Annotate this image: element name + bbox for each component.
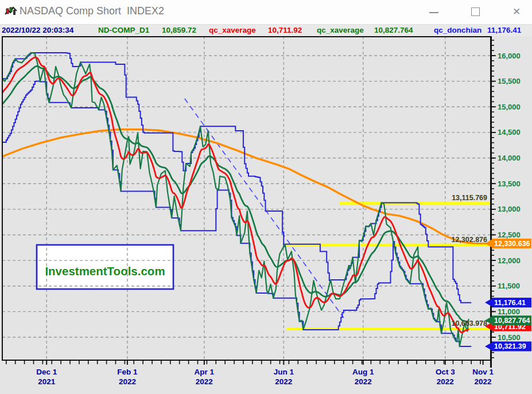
y-axis-label: 13,000 xyxy=(498,205,521,213)
y-axis-label: 15,000 xyxy=(498,103,521,111)
y-axis-label: 10,500 xyxy=(498,333,521,342)
app-window: NASDAQ Comp Short INDEX2 2022/10/22 20:0… xyxy=(0,0,532,394)
x-axis-label-year: 2022 xyxy=(275,377,292,386)
y-axis-label: 12,000 xyxy=(498,256,521,265)
app-icon candlestick-chart-icon xyxy=(5,5,17,18)
status-field: qc_xaverage xyxy=(209,26,256,34)
status-field: 10,859.72 xyxy=(162,26,196,34)
y-axis-label: 12,500 xyxy=(498,231,521,239)
status-field: ND-COMP_D1 xyxy=(98,26,149,34)
price-badge-label: 10,321.39 xyxy=(494,342,526,350)
y-axis-label: 11,500 xyxy=(498,282,520,290)
x-axis-label-year: 2022 xyxy=(196,377,213,386)
status-field: 10,827.764 xyxy=(374,26,413,34)
watermark-text: InvestmentTools.com xyxy=(45,264,165,278)
x-axis-label-date: Oct 3 xyxy=(436,368,455,376)
status-field: qc_donchian xyxy=(434,26,481,34)
price-badge-label: 12,330.636 xyxy=(494,240,530,248)
x-axis-label-date: Nov 1 xyxy=(472,368,494,376)
x-axis-label-year: 2022 xyxy=(119,377,136,386)
x-axis-label-year: 2021 xyxy=(38,377,56,386)
y-axis-label: 13,500 xyxy=(498,180,521,188)
window-title: NASDAQ Comp Short INDEX2 xyxy=(20,5,164,17)
close-button[interactable] xyxy=(504,0,531,23)
x-axis-label-date: Feb 1 xyxy=(117,368,138,376)
x-axis-label-date: Aug 1 xyxy=(352,368,374,376)
y-axis-label: 15,500 xyxy=(498,77,521,85)
y-axis-label: 14,000 xyxy=(498,154,521,162)
x-axis-label-date: Apr 1 xyxy=(195,368,215,376)
x-axis-label-year: 2022 xyxy=(475,377,492,386)
y-axis-label: 16,000 xyxy=(498,52,521,60)
status-field: 11,176.41 xyxy=(487,26,521,34)
title-bar: NASDAQ Comp Short INDEX2 xyxy=(0,0,532,24)
chart-background xyxy=(0,36,532,394)
support-line-label: 12,302.876 xyxy=(451,236,487,244)
price-chart[interactable]: InvestmentTools.com16,00015,50015,00014,… xyxy=(0,36,532,394)
x-axis-label-year: 2022 xyxy=(437,377,454,386)
y-axis-label: 11,000 xyxy=(498,307,520,316)
minimize-button[interactable] xyxy=(421,0,447,23)
price-badge-label: 10,827.764 xyxy=(494,317,530,325)
status-field: 10,711.92 xyxy=(268,26,302,34)
maximize-button[interactable] xyxy=(463,0,489,23)
status-field: 2022/10/22 20:03:34 xyxy=(2,26,73,34)
x-axis-label-date: Jun 1 xyxy=(274,368,294,376)
x-axis-label-date: Dec 1 xyxy=(36,368,57,376)
y-axis-label: 14,500 xyxy=(498,128,521,136)
price-badge-label: 11,176.41 xyxy=(494,299,526,307)
support-line-label: 10,663.978 xyxy=(451,319,487,327)
status-field: qc_xaverage xyxy=(317,26,364,34)
status-bar: 2022/10/22 20:03:34ND-COMP_D110,859.72qc… xyxy=(0,24,532,37)
support-line-label: 13,115.769 xyxy=(452,194,487,202)
x-axis-label-year: 2022 xyxy=(355,377,372,386)
